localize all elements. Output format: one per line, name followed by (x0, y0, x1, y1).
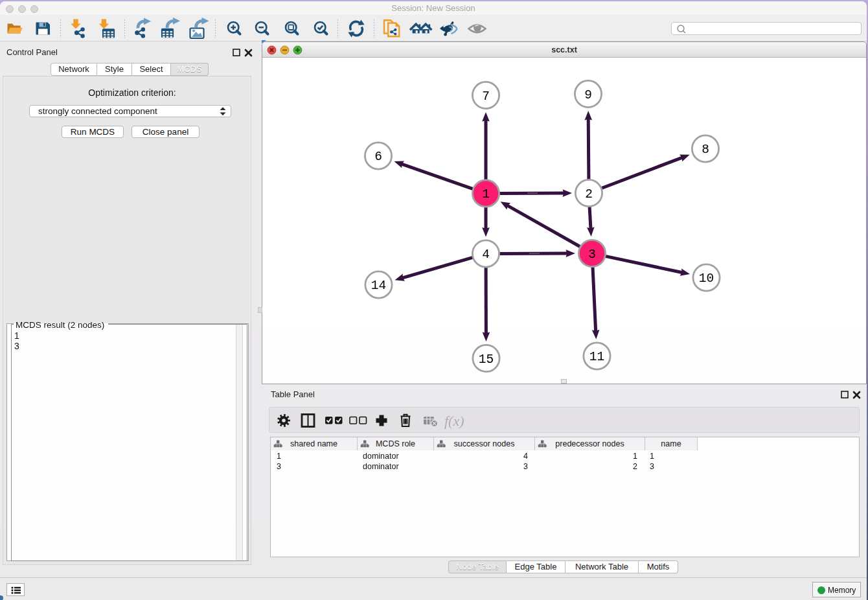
svg-text:1: 1 (482, 187, 490, 202)
svg-text:15: 15 (479, 352, 494, 366)
svg-text:11: 11 (589, 350, 604, 364)
svg-text:10: 10 (699, 271, 714, 286)
svg-text:4: 4 (482, 248, 490, 262)
svg-text:8: 8 (702, 143, 709, 157)
svg-text:f(x): f(x) (444, 413, 464, 429)
svg-text:3: 3 (588, 247, 596, 261)
svg-text:6: 6 (374, 150, 382, 164)
svg-text:7: 7 (482, 89, 490, 103)
svg-text:14: 14 (371, 279, 386, 293)
svg-text:9: 9 (584, 87, 592, 102)
svg-text:2: 2 (585, 187, 593, 201)
